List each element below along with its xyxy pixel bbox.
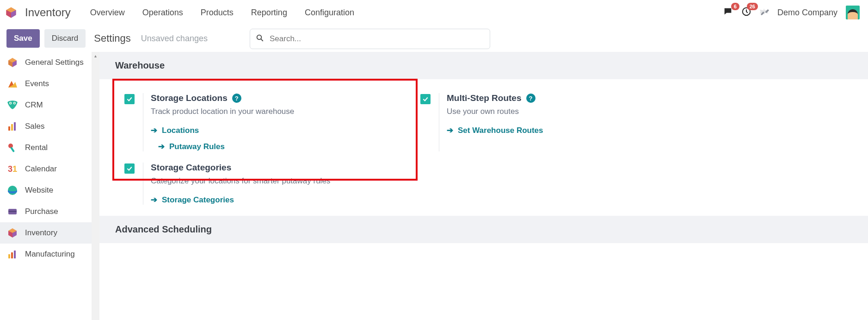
- sidebar-scrollbar[interactable]: ▴: [92, 52, 99, 320]
- search-input[interactable]: [269, 34, 484, 44]
- scroll-up-icon[interactable]: ▴: [92, 52, 99, 60]
- sidebar-item-label: Purchase: [25, 207, 58, 216]
- link-set-warehouse-routes[interactable]: ➔Set Warehouse Routes: [447, 125, 543, 135]
- sidebar-item-label: CRM: [25, 100, 43, 110]
- inventory-icon: [6, 227, 18, 239]
- messages-badge: 6: [731, 3, 739, 10]
- svg-rect-21: [8, 211, 17, 212]
- general-settings-icon: [6, 56, 18, 69]
- nav-products[interactable]: Products: [194, 5, 240, 20]
- save-button[interactable]: Save: [6, 29, 40, 48]
- setting-title-label: Multi-Step Routes: [447, 93, 522, 103]
- sidebar-item-inventory[interactable]: Inventory: [0, 222, 92, 244]
- top-right-icons: 6 26 Demo Company: [723, 6, 863, 19]
- sidebar-item-label: Events: [25, 79, 49, 88]
- settings-sidebar: General Settings Events CRM Sales Rental…: [0, 52, 99, 320]
- help-icon[interactable]: ?: [232, 94, 241, 103]
- svg-rect-15: [11, 124, 13, 131]
- activities-badge: 26: [747, 3, 758, 10]
- arrow-right-icon: ➔: [151, 125, 157, 135]
- calendar-icon: 31: [6, 163, 18, 175]
- discard-button[interactable]: Discard: [44, 29, 86, 48]
- sidebar-item-crm[interactable]: CRM: [0, 94, 92, 116]
- purchase-icon: [6, 206, 18, 218]
- svg-rect-14: [8, 126, 10, 131]
- sidebar-item-rental[interactable]: Rental: [0, 137, 92, 158]
- setting-title-label: Storage Locations: [151, 93, 228, 103]
- svg-rect-18: [10, 147, 15, 152]
- setting-desc: Track product location in your warehouse: [151, 107, 294, 116]
- sidebar-item-label: Manufacturing: [25, 250, 75, 259]
- app-title[interactable]: Inventory: [25, 6, 71, 19]
- sidebar-item-manufacturing[interactable]: Manufacturing: [0, 244, 92, 265]
- link-putaway-rules[interactable]: ➔Putaway Rules: [151, 142, 294, 151]
- svg-point-19: [8, 186, 17, 195]
- svg-point-12: [10, 102, 11, 103]
- svg-point-17: [8, 144, 13, 148]
- svg-rect-27: [11, 252, 13, 258]
- settings-content: Warehouse Storage Locations ? Track prod…: [99, 52, 868, 262]
- sales-icon: [6, 120, 18, 132]
- nav-overview[interactable]: Overview: [84, 5, 131, 20]
- website-icon: [6, 184, 18, 196]
- svg-point-5: [257, 35, 262, 40]
- section-advanced-title: Advanced Scheduling: [99, 216, 868, 243]
- sidebar-item-website[interactable]: Website: [0, 180, 92, 201]
- control-bar: Save Discard Settings Unsaved changes: [0, 25, 868, 52]
- setting-storage-categories: Storage Categories Categorize your locat…: [124, 163, 365, 205]
- search-box[interactable]: [250, 29, 490, 49]
- svg-rect-16: [14, 122, 16, 131]
- sidebar-item-events[interactable]: Events: [0, 73, 92, 94]
- app-logo-icon[interactable]: [5, 6, 18, 19]
- rental-icon: [6, 142, 18, 154]
- crm-icon: [6, 99, 18, 111]
- help-icon[interactable]: ?: [526, 94, 536, 103]
- top-nav: Inventory Overview Operations Products R…: [0, 0, 868, 25]
- checkbox-multi-step-routes[interactable]: [420, 94, 431, 104]
- link-locations[interactable]: ➔Locations: [151, 125, 294, 135]
- svg-line-6: [261, 39, 263, 41]
- breadcrumb: Settings: [94, 32, 131, 44]
- sidebar-item-calendar[interactable]: 31 Calendar: [0, 158, 92, 180]
- checkbox-storage-categories[interactable]: [124, 163, 135, 174]
- svg-point-13: [14, 102, 15, 103]
- sidebar-item-purchase[interactable]: Purchase: [0, 201, 92, 222]
- debug-tools-icon[interactable]: [760, 7, 769, 18]
- nav-reporting[interactable]: Reporting: [245, 5, 294, 20]
- nav-operations[interactable]: Operations: [136, 5, 190, 20]
- user-avatar[interactable]: [846, 6, 860, 19]
- arrow-right-icon: ➔: [158, 142, 165, 151]
- sidebar-item-label: Inventory: [25, 228, 57, 238]
- sidebar-item-label: Sales: [25, 122, 45, 131]
- sidebar-item-general-settings[interactable]: General Settings: [0, 52, 92, 73]
- link-storage-categories[interactable]: ➔Storage Categories: [151, 195, 330, 205]
- nav-configuration[interactable]: Configuration: [298, 5, 361, 20]
- sidebar-item-label: General Settings: [25, 58, 84, 67]
- manufacturing-icon: [6, 248, 18, 260]
- activities-icon[interactable]: 26: [741, 6, 751, 19]
- checkbox-storage-locations[interactable]: [124, 94, 135, 104]
- unsaved-status: Unsaved changes: [141, 34, 208, 44]
- setting-storage-locations: Storage Locations ? Track product locati…: [124, 93, 365, 151]
- svg-rect-26: [8, 254, 10, 258]
- company-selector[interactable]: Demo Company: [777, 8, 837, 18]
- sidebar-item-sales[interactable]: Sales: [0, 116, 92, 137]
- arrow-right-icon: ➔: [151, 195, 157, 205]
- sidebar-item-label: Rental: [25, 143, 48, 152]
- svg-rect-28: [14, 251, 16, 258]
- sidebar-item-label: Calendar: [25, 164, 57, 174]
- setting-desc: Use your own routes: [447, 107, 543, 116]
- sidebar-item-label: Website: [25, 186, 53, 195]
- section-warehouse-title: Warehouse: [99, 52, 868, 79]
- setting-multi-step-routes: Multi-Step Routes ? Use your own routes …: [420, 93, 661, 151]
- arrow-right-icon: ➔: [447, 125, 453, 135]
- setting-desc: Categorize your locations for smarter pu…: [151, 176, 330, 186]
- search-icon: [256, 34, 264, 44]
- events-icon: [6, 78, 18, 90]
- messages-icon[interactable]: 6: [723, 6, 733, 19]
- setting-title-label: Storage Categories: [151, 163, 231, 173]
